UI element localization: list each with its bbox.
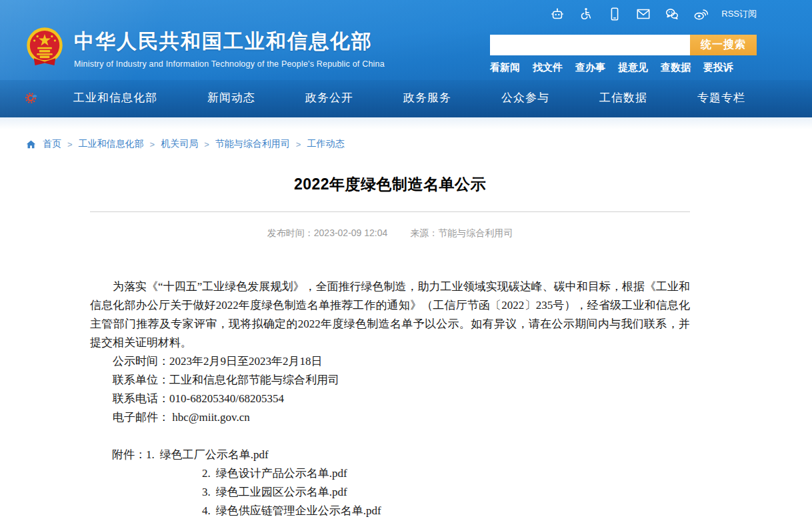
- attachment-link[interactable]: 绿色工业园区公示名单.pdf: [216, 486, 347, 498]
- utility-icons: [549, 6, 708, 21]
- miit-gear-logo-icon: [24, 91, 39, 105]
- breadcrumb-separator: >: [296, 139, 301, 149]
- info-line: 公示时间：2023年2月9日至2023年2月18日: [90, 352, 690, 371]
- search-area: 统一搜索 看新闻找文件查办事提意见查数据要投诉: [490, 35, 757, 74]
- nav-item[interactable]: 政务公开: [305, 90, 353, 105]
- article-paragraph: 为落实《“十四五”工业绿色发展规划》，全面推行绿色制造，助力工业领域实现碳达峰、…: [90, 278, 690, 352]
- breadcrumb-link[interactable]: 首页: [43, 138, 61, 150]
- attachment-line: 3.绿色工业园区公示名单.pdf: [90, 483, 690, 502]
- nav-item[interactable]: 专题专栏: [697, 90, 745, 105]
- breadcrumb: 首页>工业和信息化部>机关司局>节能与综合利用司>工作动态: [25, 138, 812, 150]
- info-line: 联系电话：010-68205340/68205354: [90, 390, 690, 408]
- breadcrumb-link[interactable]: 工作动态: [307, 138, 344, 150]
- breadcrumb-separator: >: [67, 139, 73, 149]
- breadcrumb-separator: >: [150, 139, 155, 149]
- breadcrumb-link[interactable]: 节能与综合利用司: [215, 138, 290, 150]
- attachment-line: 附件：1.绿色工厂公示名单.pdf: [90, 446, 690, 464]
- article-body: 为落实《“十四五”工业绿色发展规划》，全面推行绿色制造，助力工业领域实现碳达峰、…: [90, 278, 690, 520]
- attachment-number: 4.: [202, 504, 211, 517]
- quick-link[interactable]: 要投诉: [703, 61, 733, 74]
- breadcrumb-separator: >: [204, 139, 209, 149]
- info-line: 联系单位：工业和信息化部节能与综合利用司: [90, 371, 690, 390]
- nav-item[interactable]: 公众参与: [501, 90, 549, 105]
- attachment-number: 1.: [146, 448, 155, 461]
- weibo-icon[interactable]: [693, 6, 708, 21]
- quick-link[interactable]: 看新闻: [490, 61, 520, 74]
- nav-item[interactable]: 工信数据: [599, 90, 647, 105]
- main-nav-items: 工业和信息化部新闻动态政务公开政务服务公众参与工信数据专题专栏: [73, 80, 745, 115]
- search-button[interactable]: 统一搜索: [690, 35, 757, 55]
- title-divider: [90, 211, 690, 212]
- article-title: 2022年度绿色制造名单公示: [90, 174, 690, 195]
- search-input[interactable]: [490, 35, 690, 55]
- accessibility-icon[interactable]: [578, 6, 593, 21]
- info-lines: 公示时间：2023年2月9日至2023年2月18日联系单位：工业和信息化部节能与…: [90, 352, 690, 427]
- attachments: 附件：1.绿色工厂公示名单.pdf2.绿色设计产品公示名单.pdf3.绿色工业园…: [90, 446, 690, 520]
- site-header: RSS订阅 中华人民共和国工业和信息化部: [0, 0, 812, 117]
- attachment-number: 3.: [202, 486, 211, 498]
- wechat-icon[interactable]: [664, 6, 679, 21]
- attachment-number: 2.: [202, 467, 211, 480]
- quick-link[interactable]: 找文件: [533, 61, 563, 74]
- brand: 中华人民共和国工业和信息化部 Ministry of Industry and …: [25, 27, 385, 69]
- page: RSS订阅 中华人民共和国工业和信息化部: [0, 0, 812, 520]
- article-meta: 发布时间：2023-02-09 12:04 来源：节能与综合利用司: [90, 227, 690, 239]
- brand-text: 中华人民共和国工业和信息化部 Ministry of Industry and …: [74, 28, 385, 69]
- publish-time: 发布时间：2023-02-09 12:04: [267, 227, 388, 238]
- site-subtitle: Ministry of Industry and Information Tec…: [74, 59, 385, 69]
- nav-item[interactable]: 新闻动态: [207, 90, 255, 105]
- breadcrumb-link[interactable]: 机关司局: [161, 138, 198, 150]
- attachment-label: 附件：: [112, 448, 146, 461]
- banner-bottom-fade: [0, 117, 812, 129]
- quick-links: 看新闻找文件查办事提意见查数据要投诉: [490, 61, 757, 74]
- nav-item[interactable]: 政务服务: [403, 90, 451, 105]
- home-icon[interactable]: [25, 139, 37, 150]
- attachment-line: 4.绿色供应链管理企业公示名单.pdf: [90, 502, 690, 520]
- breadcrumb-link[interactable]: 工业和信息化部: [79, 138, 144, 150]
- utility-bar: RSS订阅: [549, 6, 757, 21]
- main-nav: 工业和信息化部新闻动态政务公开政务服务公众参与工信数据专题专栏: [0, 80, 812, 117]
- rss-link[interactable]: RSS订阅: [721, 8, 757, 20]
- info-line: 电子邮件： hbc@miit.gov.cn: [90, 408, 690, 427]
- ai-assistant-icon[interactable]: [549, 6, 565, 21]
- attachment-link[interactable]: 绿色设计产品公示名单.pdf: [216, 467, 347, 480]
- mail-icon[interactable]: [635, 6, 651, 21]
- attachment-link[interactable]: 绿色供应链管理企业公示名单.pdf: [216, 504, 381, 517]
- article: 2022年度绿色制造名单公示 发布时间：2023-02-09 12:04 来源：…: [90, 174, 690, 520]
- quick-link[interactable]: 查数据: [661, 61, 691, 74]
- mobile-icon[interactable]: [607, 6, 622, 21]
- quick-link[interactable]: 查办事: [575, 61, 605, 74]
- article-source: 来源：节能与综合利用司: [410, 227, 513, 238]
- quick-link[interactable]: 提意见: [618, 61, 648, 74]
- nav-item[interactable]: 工业和信息化部: [73, 90, 157, 105]
- national-emblem-logo: [25, 27, 64, 69]
- breadcrumb-items: 首页>工业和信息化部>机关司局>节能与综合利用司>工作动态: [43, 138, 344, 150]
- attachment-line: 2.绿色设计产品公示名单.pdf: [90, 464, 690, 483]
- site-title: 中华人民共和国工业和信息化部: [74, 28, 385, 55]
- attachment-link[interactable]: 绿色工厂公示名单.pdf: [160, 448, 269, 461]
